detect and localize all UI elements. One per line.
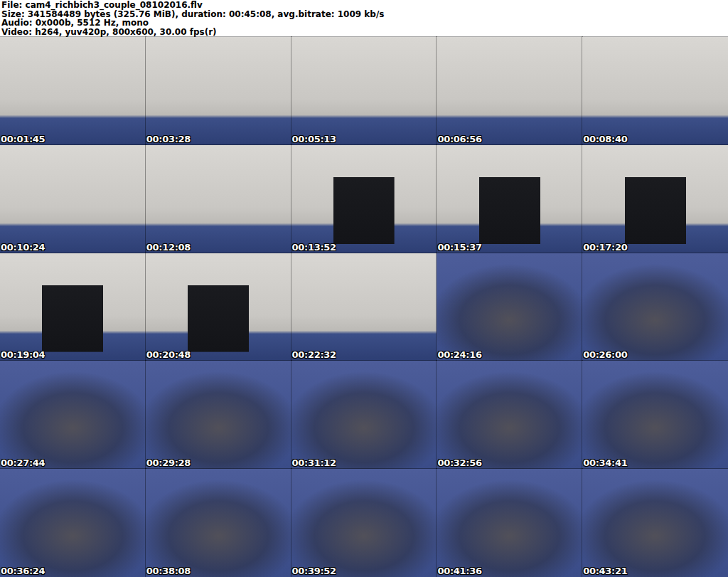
timestamp-label: 00:36:24 [1, 566, 45, 576]
timestamp-label: 00:34:41 [583, 457, 627, 468]
video-thumbnail: 00:01:45 [0, 37, 146, 145]
video-thumbnail: 00:15:37 [437, 145, 582, 253]
video-thumbnail: 00:06:56 [437, 37, 582, 145]
video-thumbnail: 00:27:44 [0, 361, 146, 469]
timestamp-label: 00:24:16 [437, 349, 481, 360]
timestamp-label: 00:38:08 [146, 566, 191, 576]
file-name-line: File: cam4_richbich3_couple_08102016.flv [1, 1, 728, 10]
timestamp-label: 00:31:12 [292, 457, 336, 468]
timestamp-label: 00:05:13 [292, 134, 336, 144]
timestamp-label: 00:27:44 [1, 457, 45, 468]
thumbnail-image-placeholder [0, 361, 146, 469]
thumbnail-grid: 00:01:45 00:03:28 00:05:13 00:06:56 00:0… [0, 37, 728, 577]
thumbnail-image-placeholder [582, 469, 728, 577]
thumbnail-image-placeholder [291, 469, 437, 577]
video-thumbnail: 00:36:24 [0, 469, 146, 577]
video-thumbnail: 00:24:16 [437, 253, 582, 361]
file-metadata-header: File: cam4_richbich3_couple_08102016.flv… [0, 0, 728, 37]
thumbnail-image-placeholder [582, 361, 728, 469]
timestamp-label: 00:41:36 [437, 566, 481, 576]
timestamp-label: 00:29:28 [146, 457, 191, 468]
timestamp-label: 00:32:56 [437, 457, 481, 468]
timestamp-label: 00:22:32 [292, 349, 336, 360]
thumbnail-image-placeholder [146, 361, 291, 469]
video-contact-sheet: File: cam4_richbich3_couple_08102016.flv… [0, 0, 728, 577]
video-info-line: Video: h264, yuv420p, 800x600, 30.00 fps… [1, 28, 728, 37]
video-thumbnail: 00:39:52 [291, 469, 437, 577]
thumbnail-image-placeholder [437, 361, 582, 469]
video-thumbnail: 00:43:21 [582, 469, 728, 577]
timestamp-label: 00:13:52 [292, 242, 336, 253]
video-thumbnail: 00:10:24 [0, 145, 146, 253]
timestamp-label: 00:01:45 [1, 134, 45, 144]
audio-info-line: Audio: 0x000b, 5512 Hz, mono [1, 18, 728, 28]
timestamp-label: 00:43:21 [583, 566, 627, 576]
timestamp-label: 00:39:52 [292, 566, 336, 576]
thumbnail-image-placeholder [437, 37, 582, 145]
video-thumbnail: 00:03:28 [146, 37, 291, 145]
timestamp-label: 00:08:40 [583, 134, 627, 144]
video-thumbnail: 00:13:52 [291, 145, 437, 253]
thumbnail-image-placeholder [0, 469, 146, 577]
thumbnail-image-placeholder [146, 37, 291, 145]
thumbnail-image-placeholder [437, 145, 582, 253]
timestamp-label: 00:03:28 [146, 134, 191, 144]
video-thumbnail: 00:08:40 [582, 37, 728, 145]
video-thumbnail: 00:17:20 [582, 145, 728, 253]
video-thumbnail: 00:38:08 [146, 469, 291, 577]
video-thumbnail: 00:31:12 [291, 361, 437, 469]
timestamp-label: 00:17:20 [583, 242, 627, 253]
thumbnail-image-placeholder [437, 253, 582, 361]
thumbnail-image-placeholder [582, 37, 728, 145]
video-thumbnail: 00:05:13 [291, 37, 437, 145]
video-thumbnail: 00:29:28 [146, 361, 291, 469]
video-thumbnail: 00:32:56 [437, 361, 582, 469]
video-thumbnail: 00:26:00 [582, 253, 728, 361]
timestamp-label: 00:12:08 [146, 242, 191, 253]
thumbnail-image-placeholder [582, 253, 728, 361]
thumbnail-image-placeholder [146, 145, 291, 253]
thumbnail-image-placeholder [437, 469, 582, 577]
thumbnail-image-placeholder [0, 145, 146, 253]
thumbnail-image-placeholder [291, 37, 437, 145]
timestamp-label: 00:15:37 [437, 242, 481, 253]
video-thumbnail: 00:19:04 [0, 253, 146, 361]
video-thumbnail: 00:34:41 [582, 361, 728, 469]
thumbnail-image-placeholder [291, 361, 437, 469]
thumbnail-image-placeholder [146, 253, 291, 361]
thumbnail-image-placeholder [146, 469, 291, 577]
thumbnail-image-placeholder [0, 253, 146, 361]
thumbnail-image-placeholder [291, 145, 437, 253]
video-thumbnail: 00:12:08 [146, 145, 291, 253]
timestamp-label: 00:26:00 [583, 349, 627, 360]
thumbnail-image-placeholder [291, 253, 437, 361]
timestamp-label: 00:10:24 [1, 242, 45, 253]
timestamp-label: 00:19:04 [1, 349, 45, 360]
timestamp-label: 00:20:48 [146, 349, 191, 360]
video-thumbnail: 00:20:48 [146, 253, 291, 361]
thumbnail-image-placeholder [582, 145, 728, 253]
timestamp-label: 00:06:56 [437, 134, 481, 144]
thumbnail-image-placeholder [0, 37, 146, 145]
video-thumbnail: 00:22:32 [291, 253, 437, 361]
video-thumbnail: 00:41:36 [437, 469, 582, 577]
